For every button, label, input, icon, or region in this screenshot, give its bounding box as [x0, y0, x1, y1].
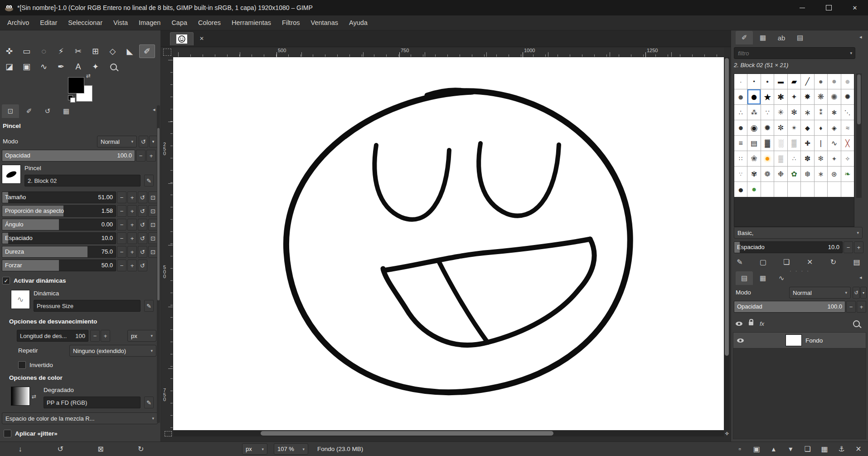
layer-action-button[interactable]: ▾	[785, 443, 796, 455]
tablet-link-icon[interactable]: ⊡	[148, 191, 158, 203]
brush-cell[interactable]: ∴	[788, 151, 800, 166]
slider[interactable]: Proporción de aspecto 1.58	[2, 205, 116, 217]
tablet-link-icon[interactable]: ⊡	[148, 205, 158, 217]
dock-tab[interactable]: ab	[773, 31, 790, 44]
dock-tab[interactable]: ▤	[791, 31, 809, 44]
toolbox-footer-button[interactable]: ⊠	[95, 443, 107, 455]
visibility-icon[interactable]	[736, 322, 742, 326]
tool-button[interactable]: ◣	[122, 44, 138, 58]
menu-item[interactable]: Ventanas	[305, 15, 344, 30]
brush-cell[interactable]: ✺	[828, 89, 840, 104]
reverse-gradient-icon[interactable]: ⇄	[32, 393, 36, 400]
opacity-slider[interactable]: Opacidad 100.0	[2, 150, 135, 162]
layer-mode-reset[interactable]: ↺	[853, 287, 860, 299]
brush-cell[interactable]	[841, 182, 854, 197]
layer-action-button[interactable]: ▴	[768, 443, 779, 455]
brush-cell[interactable]	[774, 182, 787, 197]
brush-cell[interactable]	[801, 182, 814, 197]
dynamics-preview[interactable]: ∿	[11, 290, 30, 309]
edit-gradient-button[interactable]: ✎	[144, 397, 154, 408]
slider[interactable]: Dureza 75.0	[2, 246, 116, 258]
layer-thumbnail[interactable]	[786, 334, 802, 346]
layer-mode-select[interactable]: Normal▾	[789, 287, 851, 299]
tablet-link-icon[interactable]: ⊡	[148, 219, 158, 230]
brush-cell[interactable]: |	[815, 136, 827, 151]
maximize-button[interactable]	[815, 0, 842, 15]
layer-opacity-slider[interactable]: Opacidad 100.0	[734, 301, 845, 313]
tool-button[interactable]: ▭	[19, 44, 34, 58]
brush-cell[interactable]: ●	[734, 120, 747, 135]
brush-grid-scrollbar[interactable]	[856, 74, 862, 198]
layer-action-button[interactable]: ❏	[802, 443, 813, 455]
menu-item[interactable]: Editar	[34, 15, 63, 30]
brush-cell[interactable]: ✱	[774, 89, 787, 104]
increment-button[interactable]: +	[127, 205, 137, 217]
brush-cell[interactable]: ∗	[815, 167, 827, 181]
search-layers-icon[interactable]	[853, 320, 860, 327]
reset-button[interactable]: ↺	[138, 232, 147, 244]
brush-cell[interactable]: ✽	[801, 151, 814, 166]
blend-space-select[interactable]: Espacio de color de la mezcla R...▾	[2, 412, 158, 424]
menu-item[interactable]: Imagen	[133, 15, 166, 30]
brush-cell[interactable]: ❆	[801, 167, 814, 181]
brush-cell[interactable]: ◈	[828, 120, 840, 135]
dock-tab[interactable]: ▦	[754, 31, 771, 44]
invert-checkbox[interactable]	[18, 361, 26, 369]
brush-cell[interactable]: ≡	[734, 136, 747, 151]
brush-cell[interactable]: ∵	[734, 167, 747, 181]
fade-increment[interactable]: +	[101, 330, 110, 342]
brush-cell[interactable]: ●	[747, 89, 760, 104]
brush-spacing-slider[interactable]: Espaciado 10.0	[734, 241, 843, 253]
brush-cell[interactable]: ❄	[815, 151, 827, 166]
edit-brush-button[interactable]: ✎	[144, 175, 154, 186]
brush-cell[interactable]: ▒	[774, 151, 787, 166]
horizontal-ruler[interactable]: 50075010001250	[173, 47, 724, 57]
brush-cell[interactable]: ▰	[788, 74, 800, 89]
brush-cell[interactable]: ✴	[788, 120, 800, 135]
brush-cell[interactable]: ✹	[841, 89, 854, 104]
slider[interactable]: Espaciado 10.0	[2, 232, 116, 244]
reset-button[interactable]: ↺	[138, 260, 147, 271]
brush-action-button[interactable]: ✕	[804, 256, 816, 268]
brush-cell[interactable]: ░	[774, 136, 787, 151]
brush-cell[interactable]: ✱	[828, 105, 840, 120]
tool-button[interactable]: ◪	[1, 60, 17, 74]
dock-tab[interactable]: ✐	[736, 31, 753, 44]
brush-cell[interactable]: ⁂	[747, 105, 760, 120]
brush-cell[interactable]: ·	[734, 74, 747, 89]
zoom-tool-icon[interactable]	[110, 64, 117, 70]
brush-cell[interactable]: ▒	[788, 136, 800, 151]
opacity-increment[interactable]: +	[146, 150, 156, 162]
gradient-name-box[interactable]: PP a FD (RGB)	[44, 397, 141, 408]
dock-tab[interactable]: ⊡	[2, 104, 19, 118]
dock-tab[interactable]: ∿	[773, 271, 790, 285]
layer-action-button[interactable]: ▦	[819, 443, 830, 455]
fade-unit-select[interactable]: px▾	[127, 330, 156, 342]
image-canvas[interactable]	[173, 57, 724, 430]
dock-tab[interactable]: ▦	[754, 271, 771, 285]
brush-cell[interactable]: ●	[841, 74, 854, 89]
brush-cell[interactable]: ∵	[761, 105, 774, 120]
brush-cell[interactable]	[828, 182, 840, 197]
brush-cell[interactable]: ❀	[747, 151, 760, 166]
brush-cell[interactable]: ✿	[788, 167, 800, 181]
spacing-increment[interactable]: +	[854, 241, 863, 253]
layer-opacity-decrement[interactable]: −	[846, 301, 856, 313]
brush-cell[interactable]: ✸	[801, 89, 814, 104]
tablet-link-icon[interactable]: ⊡	[148, 246, 158, 258]
quick-mask-toggle[interactable]	[165, 431, 172, 436]
reset-button[interactable]: ↺	[138, 219, 147, 230]
minimize-button[interactable]	[789, 0, 815, 15]
tool-button[interactable]: ⊞	[87, 44, 103, 58]
brush-cell[interactable]: ●	[734, 182, 747, 197]
brush-cell[interactable]: ∗	[801, 105, 814, 120]
brush-cell[interactable]: ●	[734, 89, 747, 104]
decrement-button[interactable]: −	[117, 232, 126, 244]
brush-cell[interactable]: ❁	[761, 167, 774, 181]
brush-cell[interactable]: ∷	[734, 151, 747, 166]
zoom-select[interactable]: 107 %▾	[274, 443, 308, 455]
lock-icon[interactable]	[749, 322, 753, 325]
brush-cell[interactable]: •	[747, 74, 760, 89]
menu-item[interactable]: Capa	[166, 15, 193, 30]
tool-button[interactable]: ✜	[1, 44, 17, 58]
